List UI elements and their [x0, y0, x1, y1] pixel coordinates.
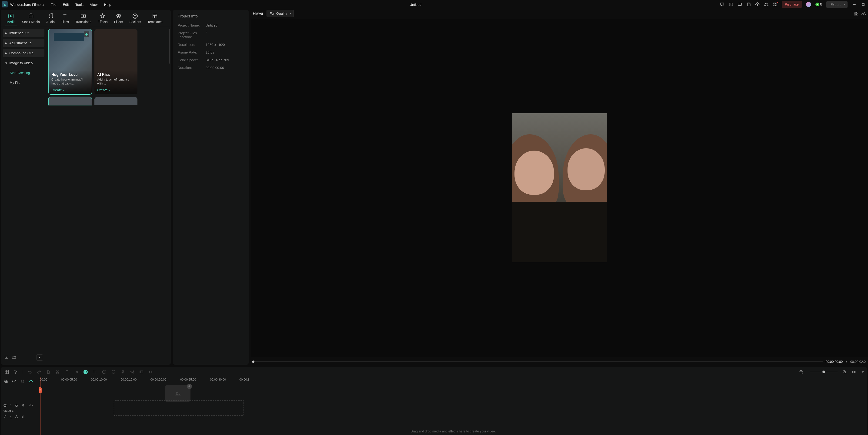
add-track-icon[interactable] [3, 379, 8, 384]
monitor-icon[interactable] [738, 2, 742, 7]
marker-icon[interactable] [139, 369, 144, 375]
chevron-right-icon: › [63, 88, 64, 92]
sidebar-item-adjustment-layer[interactable]: ▸ Adjustment La... [3, 39, 44, 47]
mic-icon[interactable] [120, 369, 125, 375]
sidebar-label: Influence Kit [9, 31, 29, 35]
minimize-button[interactable]: ─ [852, 2, 857, 6]
headset-icon[interactable] [764, 2, 769, 7]
menu-help[interactable]: Help [104, 3, 111, 6]
panel-tabs: Media Stock Media Audio Titles Transitio… [1, 10, 171, 26]
timeline-tracks[interactable]: 00:00 00:00:05:00 00:00:10:00 00:00:15:0… [39, 377, 867, 435]
create-button[interactable]: Create › [97, 88, 135, 92]
user-avatar[interactable] [806, 2, 811, 7]
timeline-ruler[interactable]: 00:00 00:00:05:00 00:00:10:00 00:00:15:0… [39, 377, 867, 387]
card-ai-kiss[interactable]: AI Kiss Add a touch of romance with ... … [94, 29, 137, 94]
delete-icon[interactable] [46, 369, 51, 375]
lock-icon[interactable] [14, 415, 19, 419]
zoom-in-icon[interactable] [842, 369, 847, 375]
video-track-header[interactable]: 1 [1, 402, 39, 409]
create-button[interactable]: Create › [52, 88, 89, 92]
new-folder-icon[interactable] [4, 355, 9, 360]
drop-hint-text: Drag and drop media and effects here to … [39, 429, 867, 433]
seek-handle[interactable] [252, 360, 254, 363]
quality-dropdown[interactable]: Full Quality [267, 10, 294, 17]
menu-view[interactable]: View [90, 3, 97, 6]
grid-view-icon[interactable] [854, 11, 859, 16]
credits-count: 0 [820, 2, 822, 6]
crop-icon[interactable] [92, 369, 97, 375]
zoom-fit-icon[interactable] [851, 369, 856, 375]
menu-edit[interactable]: Edit [63, 3, 69, 6]
credits-badge[interactable]: 0 [815, 2, 822, 6]
collapse-sidebar-button[interactable] [36, 354, 43, 360]
tab-titles-label: Titles [61, 20, 69, 24]
export-button[interactable]: Export [826, 1, 847, 8]
sidebar-item-compound-clip[interactable]: ▸ Compound Clip [3, 49, 44, 57]
speed-icon[interactable] [102, 369, 107, 375]
scopes-icon[interactable] [861, 11, 866, 16]
timeline-more-icon[interactable]: ▾ [862, 370, 864, 374]
ruler-tick: 00:00:15:00 [121, 378, 137, 381]
playhead-handle[interactable] [39, 387, 42, 393]
sidebar-sub-start-creating[interactable]: Start Creating [3, 69, 44, 77]
tab-effects[interactable]: Effects [94, 12, 111, 26]
redo-icon[interactable] [36, 369, 42, 375]
zoom-handle[interactable] [823, 371, 825, 373]
range-icon[interactable] [148, 369, 153, 375]
eye-icon[interactable] [29, 403, 33, 408]
text-icon[interactable] [64, 369, 69, 375]
drop-zone[interactable] [114, 400, 244, 416]
playhead[interactable] [40, 377, 40, 435]
more-tools-icon[interactable] [74, 369, 79, 375]
media-icon[interactable] [729, 2, 733, 7]
tab-stickers[interactable]: Stickers [126, 12, 145, 26]
audio-track-header[interactable]: 1 [1, 413, 39, 421]
tab-transitions[interactable]: Transitions [72, 12, 94, 26]
auto-ripple-icon[interactable] [28, 379, 33, 384]
player-panel: Player Full Quality [251, 10, 868, 365]
preview-viewport[interactable] [251, 19, 868, 357]
card-third[interactable] [49, 97, 92, 105]
sidebar-item-influence-kit[interactable]: ▸ Influence Kit [3, 29, 44, 37]
save-icon[interactable] [746, 2, 751, 7]
purchase-button[interactable]: Purchase [782, 1, 802, 8]
undo-icon[interactable] [27, 369, 32, 375]
menu-tools[interactable]: Tools [75, 3, 84, 6]
sidebar-item-image-to-video[interactable]: ▾ Image to Video [3, 59, 44, 67]
svg-rect-28 [7, 370, 9, 372]
lock-icon[interactable] [14, 403, 19, 408]
cloud-icon[interactable] [755, 2, 760, 7]
scrollbar-thumb[interactable] [169, 29, 170, 63]
mute-icon[interactable] [21, 415, 25, 419]
folder-icon[interactable] [12, 355, 16, 360]
svg-rect-46 [852, 372, 854, 373]
select-icon[interactable] [13, 369, 19, 375]
cut-icon[interactable] [55, 369, 60, 375]
layout-icon[interactable] [4, 369, 9, 375]
apps-icon[interactable] [773, 2, 777, 7]
mute-icon[interactable] [22, 403, 26, 408]
plus-icon: + [187, 384, 192, 389]
zoom-out-icon[interactable] [799, 369, 804, 375]
tab-audio[interactable]: Audio [43, 12, 58, 26]
magnet-icon[interactable] [20, 379, 25, 384]
card-fourth[interactable] [94, 97, 137, 105]
tab-titles[interactable]: Titles [58, 12, 72, 26]
sidebar-sub-my-file[interactable]: My File [3, 79, 44, 87]
svg-rect-5 [767, 5, 768, 6]
audio-mixer-icon[interactable] [129, 369, 135, 375]
svg-rect-45 [854, 371, 856, 372]
zoom-slider[interactable] [810, 372, 838, 372]
tab-filters[interactable]: Filters [111, 12, 126, 26]
tab-templates[interactable]: Templates [144, 12, 165, 26]
tab-stock-media[interactable]: Stock Media [19, 12, 43, 26]
feedback-icon[interactable] [720, 2, 724, 7]
ai-face-icon[interactable] [83, 369, 88, 375]
menu-file[interactable]: File [51, 3, 56, 6]
card-hug-your-love[interactable]: Hug Your Love Create heartwarming AI hug… [49, 29, 92, 94]
maximize-button[interactable] [861, 3, 866, 6]
shield-icon[interactable] [111, 369, 116, 375]
tab-media[interactable]: Media [3, 12, 19, 26]
link-track-icon[interactable] [12, 379, 17, 384]
seekbar[interactable] [253, 361, 823, 362]
